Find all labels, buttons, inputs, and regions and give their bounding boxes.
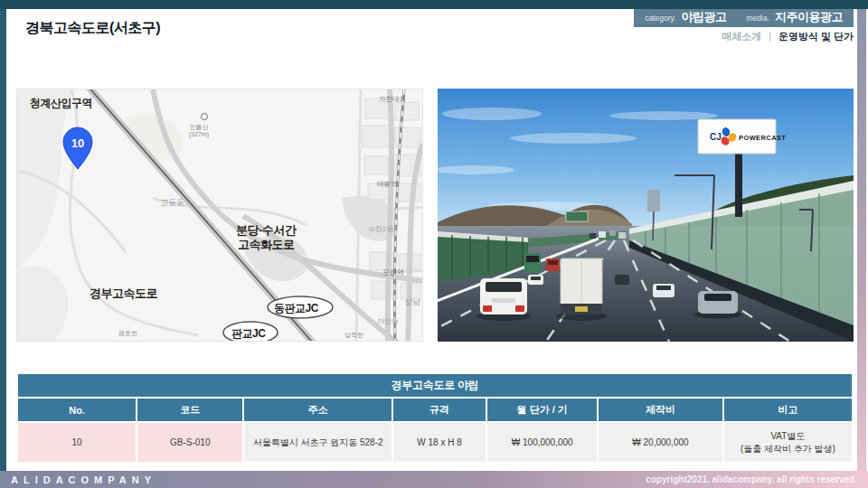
map-label-bundang-suseo: 분당-수서간 고속화도로 — [236, 223, 296, 251]
map-label-pangyo-jc: 판교JC — [231, 327, 265, 340]
footer-copyright: copyright2021. alidacompany. all rights … — [646, 474, 857, 484]
cell-size: W 18 x H 8 — [392, 422, 486, 463]
right-accent-bar — [857, 9, 866, 471]
billboard-cj-logo: CJ — [710, 132, 722, 142]
pricing-table: 경부고속도로 야립 No. 코드 주소 규격 월 단가 / 기 제작비 비고 1… — [16, 372, 854, 464]
map-label-godeung-dong: 고등동 — [160, 198, 184, 208]
cell-remark: VAT별도 (돌출 제작비 추가 발생) — [723, 422, 853, 463]
map-label-cheonggye-station: 청계산입구역 — [30, 97, 92, 109]
map-pin[interactable]: 10 — [58, 126, 98, 173]
vehicle-silver-car — [694, 291, 741, 319]
cell-production: ₩ 20,000,000 — [598, 422, 723, 463]
category-value: 야립광고 — [681, 9, 726, 25]
tab-separator: | — [769, 32, 771, 42]
cell-no: 10 — [17, 422, 137, 463]
vehicle-red-truck — [546, 258, 560, 271]
vehicle-white-car — [528, 275, 543, 285]
left-accent-bar — [0, 9, 6, 471]
map-label-seongnam: 성남 — [404, 297, 420, 307]
table-row: 10 GB-S-010 서울특별시 서초구 원지동 528-2 W 18 x H… — [17, 422, 853, 463]
vehicle-dark-car — [615, 275, 629, 285]
col-address: 주소 — [243, 398, 392, 422]
map-label-sujin-dong: 수진2동 — [368, 225, 393, 234]
map-label-gacheon-station: 가천대역 — [379, 95, 406, 103]
map-label-moran-station: 모란역 — [382, 268, 404, 277]
table-title: 경부고속도로 야립 — [17, 373, 853, 398]
vehicle-bus — [524, 253, 541, 273]
col-remark: 비고 — [723, 398, 853, 422]
table-header-row: No. 코드 주소 규격 월 단가 / 기 제작비 비고 — [17, 398, 853, 422]
location-map[interactable]: 청계산입구역 인릉산 (327m) 경부고속도로 분당-수서간 고속화도로 동판… — [16, 89, 423, 342]
cell-code: GB-S-010 — [137, 422, 243, 463]
highway-scene: CJ POWERCAST — [438, 89, 854, 342]
col-size: 규격 — [392, 398, 486, 422]
slide: 경북고속도로(서초구) category. 야립광고 media. 지주이용광고… — [0, 0, 868, 488]
media-value: 지주이용광고 — [775, 9, 843, 25]
map-label-gyeongbu-expressway: 경부고속도로 — [90, 286, 157, 301]
cell-address: 서울특별시 서초구 원지동 528-2 — [243, 422, 392, 463]
col-monthly: 월 단가 / 기 — [486, 398, 598, 422]
col-production: 제작비 — [598, 398, 723, 422]
category-label: category. — [645, 14, 675, 23]
map-label-taepyeong-station: 태평역 — [377, 180, 398, 188]
cell-monthly: ₩ 100,000,000 — [486, 422, 598, 463]
footer-bar: ALIDACOMPANY copyright2021. alidacompany… — [0, 471, 868, 488]
tab-media-intro[interactable]: 매체소개 — [722, 30, 761, 43]
vehicle-box-truck — [556, 258, 607, 321]
top-accent-bar — [0, 0, 868, 9]
map-label-dongpangyo-jc: 동판교JC — [274, 302, 318, 314]
section-tabs: 매체소개 | 운영방식 및 단가 — [722, 30, 854, 43]
map-label-geumhocheon: 금호천 — [118, 330, 137, 337]
col-no: No. — [17, 398, 137, 422]
billboard-photo: CJ POWERCAST — [438, 89, 854, 342]
category-media-badge: category. 야립광고 media. 지주이용광고 — [634, 9, 854, 27]
vehicle-sedan-right — [653, 284, 675, 297]
billboard-text: POWERCAST — [739, 134, 786, 142]
page-title: 경북고속도로(서초구) — [25, 19, 160, 38]
footer-company: ALIDACOMPANY — [11, 474, 156, 485]
media-label: media. — [746, 14, 769, 23]
map-label-yatap-dong: 야탑동 — [377, 317, 399, 326]
col-code: 코드 — [137, 398, 243, 422]
map-label-mountain: 인릉산 (327m) — [189, 124, 209, 139]
tab-pricing[interactable]: 운영방식 및 단가 — [778, 30, 854, 43]
map-label-sangjeokcheon: 상적천 — [344, 332, 363, 339]
vehicle-suv — [476, 278, 531, 321]
map-pin-number: 10 — [71, 136, 84, 150]
